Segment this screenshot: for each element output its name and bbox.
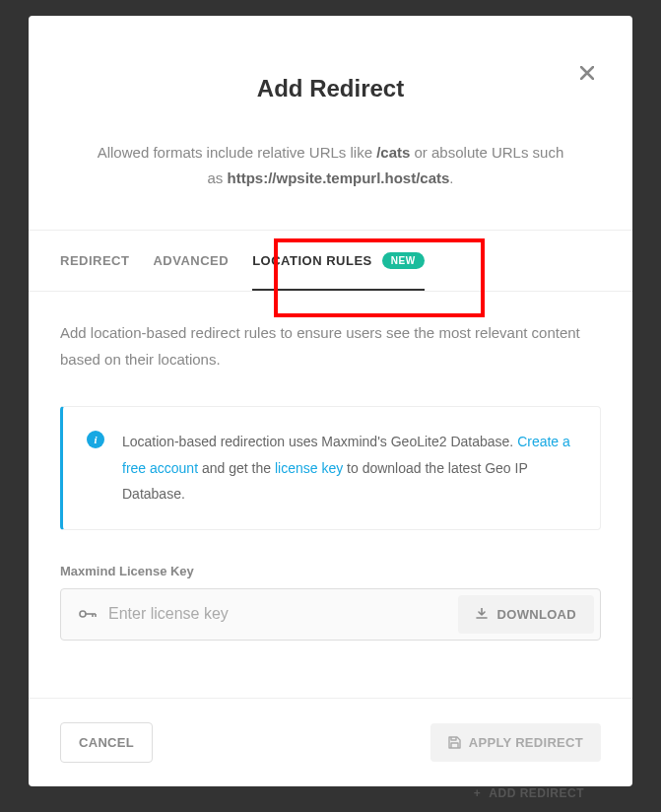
svg-point-0	[80, 611, 86, 617]
tab-label: ADVANCED	[153, 253, 229, 268]
modal-footer: CANCEL APPLY REDIRECT	[29, 698, 632, 786]
license-key-input[interactable]	[108, 605, 458, 623]
apply-redirect-button[interactable]: APPLY REDIRECT	[430, 723, 601, 762]
tab-label: LOCATION RULES	[252, 253, 372, 268]
info-box: i Location-based redirection uses Maxmin…	[60, 406, 601, 530]
close-button[interactable]	[575, 61, 599, 85]
location-description: Add location-based redirect rules to ens…	[60, 319, 601, 372]
tab-redirect[interactable]: REDIRECT	[60, 231, 129, 291]
apply-label: APPLY REDIRECT	[469, 735, 583, 750]
background-add-redirect: + ADD REDIRECT	[474, 786, 584, 800]
license-key-label: Maxmind License Key	[60, 564, 601, 578]
tab-location-rules[interactable]: LOCATION RULES NEW	[252, 231, 424, 291]
cancel-label: CANCEL	[79, 735, 134, 750]
key-icon	[67, 605, 108, 623]
cancel-button[interactable]: CANCEL	[60, 722, 153, 763]
save-icon	[448, 736, 461, 749]
modal-header: Add Redirect Allowed formats include rel…	[29, 16, 632, 230]
download-icon	[476, 608, 488, 620]
download-button[interactable]: DOWNLOAD	[458, 595, 594, 634]
download-label: DOWNLOAD	[497, 607, 576, 622]
info-text: Location-based redirection uses Maxmind'…	[122, 429, 576, 508]
close-icon	[580, 66, 594, 80]
tabs: REDIRECT ADVANCED LOCATION RULES NEW	[29, 230, 632, 292]
license-key-link[interactable]: license key	[275, 460, 343, 476]
new-badge: NEW	[382, 252, 425, 269]
info-icon: i	[87, 431, 104, 448]
modal-title: Add Redirect	[88, 75, 573, 102]
tab-label: REDIRECT	[60, 253, 129, 268]
tab-advanced[interactable]: ADVANCED	[153, 231, 229, 291]
add-redirect-modal: Add Redirect Allowed formats include rel…	[29, 16, 632, 786]
tab-content: Add location-based redirect rules to ens…	[29, 292, 632, 698]
modal-subtitle: Allowed formats include relative URLs li…	[88, 140, 573, 190]
license-input-row: DOWNLOAD	[60, 588, 601, 641]
